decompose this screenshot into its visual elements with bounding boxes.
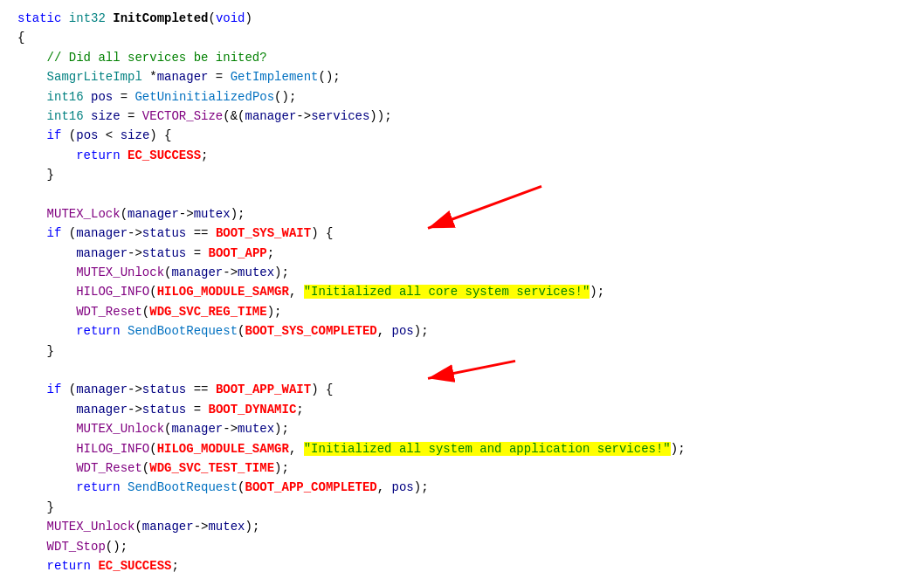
code-line-24: WDT_Reset(WDG_SVC_TEST_TIME);	[17, 458, 907, 478]
code-line-17: return SendBootRequest(BOOT_SYS_COMPLETE…	[17, 321, 907, 341]
code-line-7: if (pos < size) {	[17, 126, 907, 145]
code-line-21: manager->status = BOOT_DYNAMIC;	[17, 400, 907, 419]
code-line-10	[17, 185, 907, 204]
code-line-28: WDT_Stop();	[17, 537, 907, 556]
code-line-14: MUTEX_Unlock(manager->mutex);	[17, 263, 907, 282]
code-line-8: return EC_SUCCESS;	[17, 146, 907, 165]
code-line-25: return SendBootRequest(BOOT_APP_COMPLETE…	[17, 478, 907, 497]
code-line-22: MUTEX_Unlock(manager->mutex);	[17, 419, 907, 438]
code-line-9: }	[17, 165, 907, 184]
code-line-16: WDT_Reset(WDG_SVC_REG_TIME);	[17, 302, 907, 321]
code-line-18: }	[17, 341, 907, 361]
code-line-2: {	[17, 28, 907, 47]
code-line-12: if (manager->status == BOOT_SYS_WAIT) {	[17, 224, 907, 243]
code-line-23: HILOG_INFO(HILOG_MODULE_SAMGR, "Initiali…	[17, 439, 907, 458]
code-line-4: SamgrLiteImpl *manager = GetImplement();	[17, 67, 907, 86]
code-line-29: return EC_SUCCESS;	[17, 556, 907, 572]
code-line-3: // Did all services be inited?	[17, 48, 907, 67]
code-line-26: }	[17, 498, 907, 517]
code-line-1: static int32 InitCompleted(void)	[17, 9, 907, 28]
code-line-20: if (manager->status == BOOT_APP_WAIT) {	[17, 380, 907, 399]
code-line-6: int16 size = VECTOR_Size(&(manager->serv…	[17, 107, 907, 126]
code-line-13: manager->status = BOOT_APP;	[17, 244, 907, 263]
code-line-27: MUTEX_Unlock(manager->mutex);	[17, 517, 907, 536]
code-line-11: MUTEX_Lock(manager->mutex);	[17, 204, 907, 224]
code-line-15: HILOG_INFO(HILOG_MODULE_SAMGR, "Initiali…	[17, 282, 907, 301]
code-line-5: int16 pos = GetUninitializedPos();	[17, 87, 907, 107]
code-container: static int32 InitCompleted(void) { // Di…	[0, 0, 924, 572]
code-line-19	[17, 361, 907, 380]
